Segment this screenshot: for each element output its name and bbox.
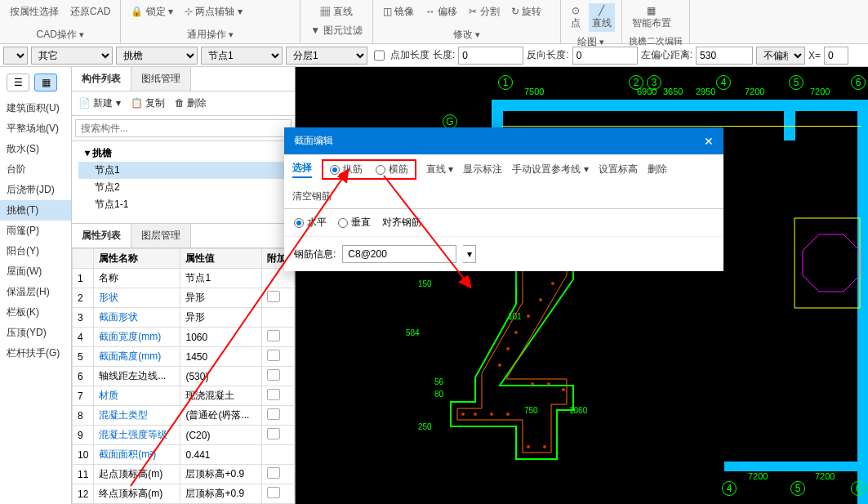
tab-component-list[interactable]: 构件列表 [72,67,131,91]
property-row[interactable]: 12终点顶标高(m)层顶标高+0.9 [73,484,295,504]
search-input[interactable] [75,119,292,137]
tool-delete[interactable]: 删除 [648,163,667,176]
select-category[interactable]: 其它 [31,47,113,65]
tree-item[interactable]: 节点2 [78,179,288,196]
property-row[interactable]: 10截面面积(m²)0.441 [73,445,295,465]
property-row[interactable]: 5截面高度(mm)1450 [73,347,295,367]
sidebar-item[interactable]: 平整场地(V) [0,118,71,139]
property-row[interactable]: 2形状异形 [73,288,295,308]
property-row[interactable]: 7材质现浇混凝土 [73,386,295,406]
copy-button[interactable]: 📋 复制 [131,96,165,110]
svg-point-8 [527,314,530,318]
property-row[interactable]: 9混凝土强度等级(C20) [73,426,295,445]
new-button[interactable]: 📄 新建 ▾ [78,96,121,110]
orientation-row: 水平 垂直 对齐钢筋 [284,209,723,237]
property-row[interactable]: 3截面形状异形 [73,308,295,328]
svg-point-15 [506,413,510,416]
property-row[interactable]: 6轴线距左边线...(530) [73,367,295,386]
point-tool[interactable]: ⊙点 [568,3,584,32]
axis-marker: 5 [790,481,805,496]
smart-layout[interactable]: ▦智能布置 [629,3,674,32]
sidebar-item[interactable]: 栏板(K) [0,302,71,323]
axis-dim: 3650 [663,87,683,96]
col-name: 属性名称 [94,249,180,269]
axis-marker: 5 [789,75,803,90]
sidebar-item[interactable]: 建筑面积(U) [0,98,71,118]
radio-longitudinal[interactable]: 纵筋 [330,163,363,176]
line-tool-2[interactable]: ╱直线 [589,3,615,32]
left-offset-input[interactable] [696,47,753,65]
axis-marker: 6 [851,481,866,496]
group-label-modify: 修改 ▾ [380,28,554,43]
tool-select[interactable]: 选择 [292,161,312,178]
mirror[interactable]: ◫ 镜像 [380,3,417,20]
sidebar-item[interactable]: 挑檐(T) [0,200,71,221]
svg-point-14 [490,413,493,416]
tool-clear-rebar[interactable]: 清空钢筋 [292,190,332,203]
offset-select[interactable]: 不偏移 [756,47,805,65]
dim: 250 [418,422,432,431]
dialog-titlebar[interactable]: 截面编辑 ✕ [284,127,723,154]
tool-line[interactable]: 直线 ▾ [426,163,453,176]
rebar-info-input[interactable] [342,245,456,263]
point-add-length-checkbox[interactable] [374,47,385,65]
sidebar-item[interactable]: 阳台(Y) [0,241,71,261]
svg-marker-1 [795,218,860,308]
select-floor[interactable] [3,47,28,65]
dim: 101 [508,312,522,321]
two-point-axis[interactable]: ⊹ 两点辅轴 ▾ [181,3,246,20]
element-filter[interactable]: ▼ 图元过滤 [307,22,365,39]
line-tool[interactable]: ▦ 直线 [317,3,355,20]
select-layer[interactable]: 分层1 [286,47,367,65]
tree-parent[interactable]: ▾ 挑檐 [78,145,288,162]
tool-set-scale[interactable]: 设置标高 [599,163,638,176]
radio-horizontal[interactable]: 水平 [294,216,327,230]
property-row[interactable]: 1名称节点1 [73,269,295,288]
tool-manual-ref[interactable]: 手动设置参考线 ▾ [512,163,588,176]
property-row[interactable]: 4截面宽度(mm)1060 [73,328,295,347]
grid-view-icon[interactable]: ▦ [34,74,57,91]
axis-dim: 2950 [696,87,715,96]
rotate[interactable]: ↻ 旋转 [508,3,545,20]
sidebar-item[interactable]: 屋面(W) [0,261,71,282]
restore-cad[interactable]: 还原CAD [67,3,114,20]
tool-show-dim[interactable]: 显示标注 [463,163,502,176]
tab-drawing-manage[interactable]: 图纸管理 [131,67,191,91]
offset[interactable]: ↔ 偏移 [422,3,461,20]
split[interactable]: ✂ 分割 [465,3,502,20]
delete-button[interactable]: 🗑 删除 [175,96,207,110]
radio-transverse[interactable]: 横筋 [376,163,408,176]
svg-point-17 [543,445,546,448]
property-row[interactable]: 11起点顶标高(m)层顶标高+0.9 [73,465,295,484]
tree-item[interactable]: 节点1 [78,162,288,179]
property-panel: 属性列表 图层管理 属性名称 属性值 附加 1名称节点12形状异形3截面形状异形… [72,223,295,504]
svg-point-9 [514,331,518,334]
rebar-dropdown-icon[interactable]: ▾ [463,245,476,263]
lock-button[interactable]: 🔒 锁定 ▾ [127,3,176,20]
radio-vertical[interactable]: 垂直 [338,216,371,230]
sidebar-item[interactable]: 压顶(YD) [0,323,71,343]
tab-layer-manage[interactable]: 图层管理 [131,224,191,248]
sidebar-item[interactable]: 后浇带(JD) [0,180,71,200]
x-input[interactable] [824,47,848,65]
tab-property-list[interactable]: 属性列表 [72,224,131,248]
close-icon[interactable]: ✕ [704,135,714,148]
sidebar-item[interactable]: 台阶 [0,159,71,180]
sidebar-item[interactable]: 散水(S) [0,139,71,159]
property-row[interactable]: 8混凝土类型(普通砼(坍落... [73,406,295,426]
sidebar-item[interactable]: 雨篷(P) [0,221,71,241]
sidebar-item[interactable]: 保温层(H) [0,282,71,302]
reverse-length-input[interactable] [572,47,638,65]
list-view-icon[interactable]: ☰ [7,74,29,91]
param-bar: 其它 挑檐 节点1 分层1 点加长度 长度: 反向长度: 左偏心距离: 不偏移 … [0,44,868,67]
axis-dim: 7200 [745,87,764,96]
tool-align-rebar[interactable]: 对齐钢筋 [382,216,421,230]
axis-dim: 7200 [748,471,768,481]
select-node[interactable]: 节点1 [201,47,283,65]
select-by-property[interactable]: 按属性选择 [7,3,62,20]
sidebar-item[interactable]: 栏杆扶手(G) [0,343,71,364]
length-input[interactable] [458,47,523,65]
dim: 1060 [569,406,587,415]
select-type[interactable]: 挑檐 [116,47,198,65]
tree-item[interactable]: 节点1-1 [78,196,288,213]
